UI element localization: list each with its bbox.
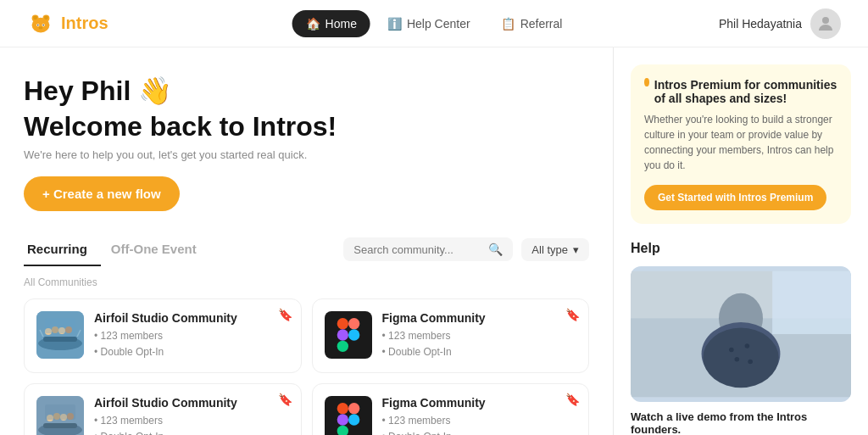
member-count: 123 members [94,328,289,344]
svg-point-9 [39,26,43,29]
logo-text: Intros [61,14,108,33]
community-info: Airfoil Studio Community 123 members Dou… [94,311,289,360]
search-icon: 🔍 [488,243,503,256]
main-layout: Hey Phil 👋 Welcome back to Intros! We're… [0,47,868,435]
community-card: Airfoil Studio Community 123 members Dou… [24,383,302,435]
bookmark-icon[interactable]: 🔖 [565,393,580,406]
community-card: Airfoil Studio Community 123 members Dou… [24,298,302,373]
opt-in-type: Double Opt-In [94,429,289,435]
nav-referral[interactable]: 📋 Referral [487,10,576,37]
svg-point-7 [37,24,39,25]
main-nav: 🏠 Home ℹ️ Help Center 📋 Referral [292,10,576,37]
communities-section: Recurring Off-One Event 🔍 All type ▾ All… [24,235,589,435]
svg-point-4 [44,15,48,20]
community-thumb [36,396,84,435]
member-count: 123 members [382,413,577,429]
svg-rect-37 [337,426,348,435]
community-info: Figma Community 123 members Double Opt-I… [382,396,577,435]
community-thumb-image2 [36,396,84,435]
svg-point-47 [748,360,753,365]
greeting-section: Hey Phil 👋 Welcome back to Intros! We're… [24,75,589,211]
help-center-icon: ℹ️ [387,17,402,31]
header: Intros 🏠 Home ℹ️ Help Center 📋 Referral … [0,0,868,47]
community-name: Airfoil Studio Community [94,396,289,410]
community-meta: 123 members Double Opt-In [382,328,577,360]
opt-in-type: Double Opt-In [382,429,577,435]
community-info: Figma Community 123 members Double Opt-I… [382,311,577,360]
bookmark-icon[interactable]: 🔖 [565,308,580,321]
svg-point-43 [703,328,778,388]
welcome-title: Welcome back to Intros! [24,110,589,142]
community-name: Figma Community [382,396,577,410]
svg-point-8 [42,24,44,25]
communities-grid: Airfoil Studio Community 123 members Dou… [24,298,589,435]
tabs-search-row: Recurring Off-One Event 🔍 All type ▾ [24,235,589,265]
home-icon: 🏠 [306,17,320,31]
premium-cta-button[interactable]: Get Started with Intros Premium [644,185,826,210]
nav-help-center[interactable]: ℹ️ Help Center [374,10,484,37]
community-info: Airfoil Studio Community 123 members Dou… [94,396,289,435]
greeting-title: Hey Phil 👋 [24,75,589,107]
svg-point-44 [729,348,734,353]
filter-dropdown[interactable]: All type ▾ [521,238,589,261]
avatar[interactable] [810,8,841,39]
help-title: Help [631,241,851,256]
greeting-sub: We're here to help you out, let's get yo… [24,148,589,161]
svg-rect-28 [43,423,77,428]
logo-area: Intros [27,10,108,37]
community-name: Airfoil Studio Community [94,311,289,325]
community-card: Figma Community 123 members Double Opt-I… [312,383,590,435]
search-box: 🔍 [343,237,513,261]
svg-rect-49 [772,271,851,334]
figma-logo-icon [335,318,362,352]
bookmark-icon[interactable]: 🔖 [278,393,292,406]
svg-rect-34 [337,403,348,414]
logo-bear-icon [27,10,54,37]
svg-rect-21 [337,318,348,329]
svg-rect-22 [348,318,359,329]
svg-rect-33 [45,404,75,420]
community-thumb-dark [325,311,372,359]
community-thumb-image [36,311,84,359]
tab-off-one-event[interactable]: Off-One Event [108,235,210,266]
community-name: Figma Community [382,311,577,325]
svg-point-38 [348,414,359,425]
premium-desc: Whether you're looking to build a strong… [644,112,837,173]
search-filter-row: 🔍 All type ▾ [343,237,589,261]
svg-rect-23 [337,329,348,340]
svg-point-45 [745,343,750,349]
svg-point-46 [735,357,740,362]
figma-logo-icon [335,403,362,435]
svg-rect-35 [348,403,359,414]
svg-point-3 [33,15,37,20]
create-flow-button[interactable]: + Create a new flow [24,176,180,211]
video-caption: Watch a live demo from the Intros founde… [631,410,851,435]
premium-title: Intros Premium for communities of all sh… [644,78,837,105]
chevron-down-icon: ▾ [573,243,579,256]
search-input[interactable] [353,243,481,256]
tabs-row: Recurring Off-One Event [24,235,210,265]
nav-referral-label: Referral [520,17,563,31]
svg-rect-24 [337,340,348,351]
referral-icon: 📋 [501,17,515,31]
user-avatar-icon [815,14,836,34]
community-thumb-dark [325,396,372,435]
tab-recurring[interactable]: Recurring [24,235,101,266]
community-card: Figma Community 123 members Double Opt-I… [312,298,590,373]
opt-in-type: Double Opt-In [94,344,289,360]
left-content: Hey Phil 👋 Welcome back to Intros! We're… [0,47,614,435]
bookmark-icon[interactable]: 🔖 [278,308,292,321]
user-name: Phil Hedayatnia [719,17,802,31]
community-meta: 123 members Double Opt-In [94,413,289,435]
filter-label: All type [531,243,568,256]
svg-rect-20 [45,318,75,333]
svg-point-10 [822,17,829,24]
opt-in-type: Double Opt-In [382,344,577,360]
header-right: Phil Hedayatnia [719,8,841,39]
community-thumb [36,311,84,359]
help-section: Help [631,241,851,435]
video-thumbnail[interactable]: ▶ [631,266,851,402]
community-meta: 123 members Double Opt-In [382,413,577,435]
nav-home[interactable]: 🏠 Home [292,10,370,37]
section-label: All Communities [24,276,589,288]
